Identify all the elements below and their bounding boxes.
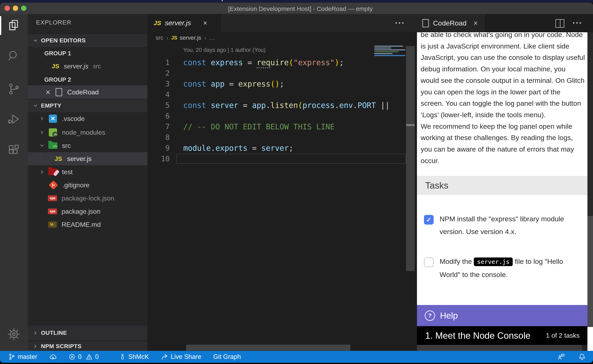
close-icon[interactable]: × bbox=[46, 88, 50, 96]
npm-icon: npm bbox=[48, 194, 57, 202]
sync-status-item[interactable] bbox=[49, 353, 57, 360]
file-icon bbox=[56, 88, 62, 96]
panel-bottom-strip bbox=[417, 345, 582, 351]
git-graph-status-item[interactable]: Git Graph bbox=[213, 353, 241, 360]
open-editor-coderoad[interactable]: × CodeRoad bbox=[28, 85, 147, 99]
live-share-status-item[interactable]: Live Share bbox=[161, 353, 201, 360]
problems-status-item[interactable]: 0 0 bbox=[69, 353, 99, 360]
npm-scripts-header[interactable]: NPM SCRIPTS bbox=[28, 341, 147, 351]
npm-icon: npm bbox=[48, 207, 57, 215]
task-checkbox-unchecked[interactable] bbox=[424, 258, 434, 267]
tab-coderoad[interactable]: CodeRoad × bbox=[417, 14, 485, 32]
close-icon[interactable]: × bbox=[203, 19, 207, 27]
folder-section-header[interactable]: EMPTY bbox=[28, 99, 147, 112]
branch-status-item[interactable]: master bbox=[8, 353, 37, 360]
tree-item-node-modules[interactable]: JS node_modules bbox=[28, 126, 147, 139]
more-actions-icon[interactable] bbox=[396, 22, 404, 24]
markdown-icon: M↓ bbox=[48, 221, 57, 229]
activity-bar bbox=[0, 14, 28, 351]
code-line-6[interactable]: 6 bbox=[147, 111, 417, 121]
close-window-button[interactable] bbox=[5, 6, 10, 11]
minimap[interactable] bbox=[374, 46, 405, 57]
webview-scrollbar-track[interactable] bbox=[587, 32, 593, 216]
chevron-right-icon bbox=[33, 344, 38, 349]
code-line-4[interactable]: 4 bbox=[147, 89, 417, 100]
menubar-items[interactable]: Code File Edit Selection View Go Run Ter… bbox=[9, 0, 225, 1]
zoom-window-button[interactable] bbox=[21, 6, 26, 11]
gear-icon bbox=[7, 327, 20, 341]
files-icon bbox=[7, 19, 20, 32]
editor-tab-bar: JS server.js × bbox=[147, 14, 417, 32]
breadcrumb-src[interactable]: src bbox=[156, 35, 163, 41]
tree-item-test[interactable]: test bbox=[28, 165, 147, 178]
sidebar-item-search[interactable] bbox=[6, 49, 21, 63]
lesson-title: 1. Meet the Node Console bbox=[425, 331, 530, 341]
editor-vertical-scrollbar[interactable] bbox=[406, 46, 415, 271]
task-1-text: NPM install the "express" library module… bbox=[440, 212, 585, 238]
code-line-10[interactable]: 10 bbox=[147, 153, 417, 164]
task-2-text: Modify the server.js file to log "Hello … bbox=[440, 255, 585, 281]
tree-item-vscode[interactable]: ✕ .vscode bbox=[28, 112, 147, 125]
menubar-status[interactable]: Sat 9:43 PM bbox=[553, 0, 585, 1]
error-icon bbox=[69, 353, 76, 360]
git-branch-icon bbox=[8, 353, 15, 360]
codelens-blame[interactable]: You, 20 days ago | 1 author (You) bbox=[183, 47, 266, 53]
js-icon: JS bbox=[171, 35, 177, 41]
sidebar-item-source-control[interactable] bbox=[6, 82, 21, 97]
code-line-7[interactable]: 7// -- DO NOT EDIT BELOW THIS LINE bbox=[147, 121, 417, 132]
help-bar[interactable]: ? Help bbox=[417, 305, 587, 326]
tree-item-src[interactable]: </> src bbox=[28, 139, 147, 152]
js-icon: JS bbox=[153, 20, 161, 26]
titlebar: [Extension Development Host] - CodeRoad … bbox=[0, 3, 593, 14]
feedback-icon[interactable] bbox=[557, 353, 565, 361]
lesson-paragraph: be able to check what's going on in your… bbox=[421, 32, 585, 166]
minimize-window-button[interactable] bbox=[13, 6, 18, 11]
code-line-8[interactable]: 8 bbox=[147, 132, 417, 143]
window-title: [Extension Development Host] - CodeRoad … bbox=[228, 5, 373, 12]
code-chip: server.js bbox=[474, 258, 513, 266]
task-checkbox-checked[interactable]: ✓ bbox=[424, 215, 434, 225]
tree-item-package-json[interactable]: npm package.json bbox=[28, 205, 147, 218]
editor-horizontal-scrollbar[interactable] bbox=[186, 345, 350, 351]
code-line-3[interactable]: 3const app = express(); bbox=[147, 78, 417, 89]
sidebar-item-explorer[interactable] bbox=[6, 18, 21, 33]
code-lines[interactable]: 1const express = require("express");23co… bbox=[147, 57, 417, 164]
open-editor-server-js[interactable]: JS server.js src bbox=[28, 60, 147, 73]
tree-item-readme[interactable]: M↓ README.md bbox=[28, 218, 147, 231]
sidebar-item-extensions[interactable] bbox=[6, 143, 21, 158]
file-icon bbox=[422, 19, 429, 27]
chevron-right-icon bbox=[40, 116, 44, 121]
code-line-9[interactable]: 9module.exports = server; bbox=[147, 143, 417, 153]
close-icon[interactable]: × bbox=[473, 19, 478, 27]
code-line-2[interactable]: 2 bbox=[147, 68, 417, 78]
live-share-icon bbox=[161, 353, 168, 360]
lesson-section-bar[interactable]: 1. Meet the Node Console 1 of 2 tasks bbox=[417, 326, 587, 345]
open-editors-group-2: GROUP 2 bbox=[28, 73, 147, 86]
chevron-down-icon bbox=[40, 143, 44, 148]
tree-item-server-js[interactable]: JS server.js bbox=[28, 152, 147, 165]
tree-item-package-lock[interactable]: npm package-lock.json bbox=[28, 192, 147, 205]
breadcrumb[interactable]: src › JS server.js › … bbox=[147, 32, 417, 44]
panel-bottom-strip-corner bbox=[582, 345, 587, 351]
code-editor[interactable]: You, 20 days ago | 1 author (You) 1const… bbox=[147, 44, 417, 351]
split-editor-icon[interactable] bbox=[555, 19, 564, 28]
outline-header[interactable]: OUTLINE bbox=[28, 325, 147, 341]
vscode-folder-icon: ✕ bbox=[48, 115, 57, 123]
settings-button[interactable] bbox=[6, 327, 21, 342]
user-status-item[interactable]: ShMcK bbox=[119, 353, 149, 360]
code-line-5[interactable]: 5const server = app.listen(process.env.P… bbox=[147, 100, 417, 111]
breadcrumb-file[interactable]: server.js bbox=[180, 35, 201, 41]
sidebar-item-run-debug[interactable] bbox=[6, 112, 21, 126]
tree-item-gitignore[interactable]: .gitignore bbox=[28, 178, 147, 192]
tab-server-js[interactable]: JS server.js × bbox=[147, 14, 221, 32]
bell-icon[interactable] bbox=[578, 353, 586, 361]
indent-guide bbox=[40, 152, 41, 165]
test-folder-icon bbox=[48, 168, 57, 176]
webview-scrollbar-thumb[interactable] bbox=[587, 216, 593, 327]
more-actions-icon[interactable] bbox=[573, 22, 581, 24]
code-line-1[interactable]: 1const express = require("express"); bbox=[147, 57, 417, 68]
breadcrumb-symbol[interactable]: … bbox=[209, 35, 215, 41]
scrollbar-marker bbox=[406, 124, 415, 126]
chevron-right-icon bbox=[33, 331, 38, 335]
open-editors-header[interactable]: OPEN EDITORS bbox=[28, 33, 147, 47]
